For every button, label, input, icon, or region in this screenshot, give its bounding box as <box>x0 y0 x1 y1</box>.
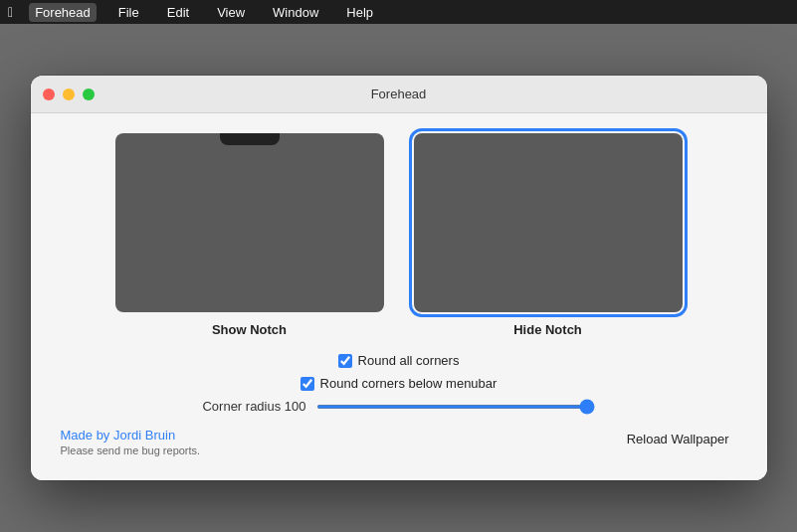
minimize-button[interactable] <box>63 89 75 100</box>
menu-file[interactable]: File <box>112 3 145 22</box>
corner-radius-row: Corner radius 100 <box>202 399 594 414</box>
show-notch-preview[interactable] <box>115 133 384 312</box>
options-section: Round all corners Round corners below me… <box>61 353 737 414</box>
show-notch-label: Show Notch <box>212 322 287 337</box>
menu-window[interactable]: Window <box>267 3 324 22</box>
menu-help[interactable]: Help <box>340 3 379 22</box>
menu-edit[interactable]: Edit <box>161 3 195 22</box>
show-notch-option[interactable]: Show Notch <box>115 133 384 337</box>
author-link[interactable]: Made by Jordi Bruin <box>61 428 201 443</box>
preview-row: Show Notch Hide Notch <box>61 133 737 337</box>
menu-view[interactable]: View <box>211 3 251 22</box>
window-title: Forehead <box>371 87 427 101</box>
notch-indicator <box>220 133 280 145</box>
menubar:  Forehead File Edit View Window Help <box>0 0 797 24</box>
round-all-corners-label: Round all corners <box>358 353 460 368</box>
corner-radius-label: Corner radius 100 <box>202 399 305 414</box>
footer-left: Made by Jordi Bruin Please send me bug r… <box>61 428 201 456</box>
close-button[interactable] <box>43 89 55 100</box>
corner-radius-slider[interactable] <box>316 405 595 409</box>
window-content: Show Notch Hide Notch Round all corners … <box>31 113 767 480</box>
window-controls <box>43 89 95 100</box>
title-bar: Forehead <box>31 76 767 113</box>
maximize-button[interactable] <box>83 89 95 100</box>
menu-forehead[interactable]: Forehead <box>29 3 97 22</box>
apple-menu[interactable]:  <box>8 4 13 20</box>
round-corners-below-menubar-row: Round corners below menubar <box>300 376 498 391</box>
round-corners-below-menubar-checkbox[interactable] <box>300 377 314 391</box>
window-area: Forehead Show Notch Hide Notch <box>0 24 797 532</box>
app-window: Forehead Show Notch Hide Notch <box>31 76 767 480</box>
round-all-corners-row: Round all corners <box>338 353 460 368</box>
footer-subtext: Please send me bug reports. <box>61 444 201 456</box>
hide-notch-option[interactable]: Hide Notch <box>414 133 683 337</box>
round-all-corners-checkbox[interactable] <box>338 354 352 368</box>
reload-wallpaper-button[interactable]: Reload Wallpaper <box>619 428 737 450</box>
hide-notch-label: Hide Notch <box>513 322 582 337</box>
round-corners-below-menubar-label: Round corners below menubar <box>320 376 498 391</box>
hide-notch-preview[interactable] <box>414 133 683 312</box>
footer-row: Made by Jordi Bruin Please send me bug r… <box>61 428 737 456</box>
